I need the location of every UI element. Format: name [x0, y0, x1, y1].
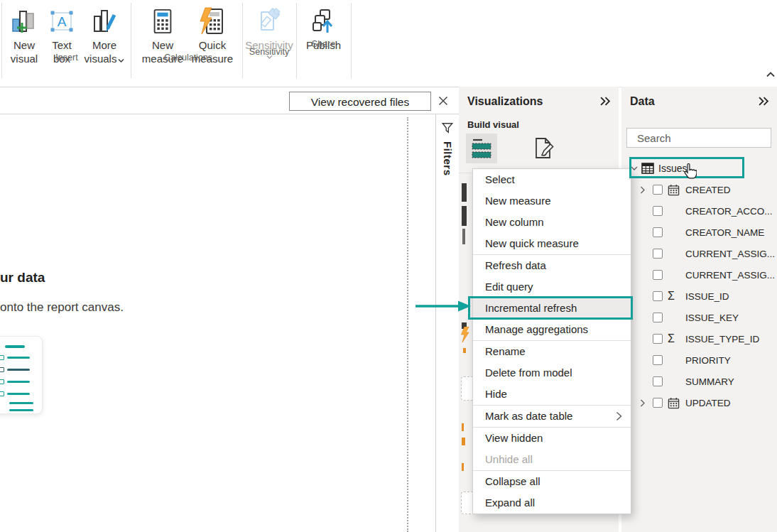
- filters-pane-title: Filters: [442, 141, 454, 176]
- menu-item-collapse-all[interactable]: Collapse all: [473, 471, 631, 492]
- visual-gallery-fragment: [462, 183, 467, 202]
- collapse-data-pane-button[interactable]: [757, 96, 771, 107]
- visual-gallery-fragment: [462, 206, 467, 226]
- more-visuals-icon: [90, 4, 119, 38]
- field-row-created[interactable]: CREATED: [621, 179, 777, 200]
- sensitivity-icon: [255, 4, 283, 38]
- close-notification-button[interactable]: [435, 93, 451, 109]
- field-row-summary[interactable]: SUMMARY: [621, 371, 777, 392]
- text-box-icon: A: [48, 4, 76, 38]
- visual-gallery-fragment: [462, 463, 464, 471]
- format-visual-tab[interactable]: [528, 135, 557, 162]
- table-icon: [641, 163, 654, 174]
- menu-item-select[interactable]: Select: [473, 169, 631, 190]
- submenu-arrow-icon: [616, 411, 622, 421]
- menu-item-new-column[interactable]: New column: [473, 212, 631, 233]
- field-checkbox[interactable]: [653, 249, 663, 259]
- chevron-right-icon: [640, 186, 646, 194]
- search-input[interactable]: [636, 131, 777, 145]
- svg-text:A: A: [58, 14, 67, 29]
- fields-list: CREATED CREATOR_ACCO... CREATOR_NAME CUR…: [621, 179, 777, 413]
- table-context-menu: Select New measure New column New quick …: [472, 168, 631, 514]
- field-checkbox[interactable]: [653, 334, 663, 344]
- field-checkbox[interactable]: [653, 376, 663, 386]
- build-visual-label: Build visual: [467, 119, 519, 130]
- field-row-current-assignee-1[interactable]: CURRENT_ASSIG...: [621, 243, 777, 264]
- field-checkbox[interactable]: [653, 355, 663, 365]
- menu-item-new-quick-measure[interactable]: New quick measure: [473, 233, 631, 254]
- view-recovered-files-button[interactable]: View recovered files: [289, 92, 431, 111]
- field-row-issue-key[interactable]: ISSUE_KEY: [621, 307, 777, 328]
- menu-item-delete-from-model[interactable]: Delete from model: [473, 362, 631, 384]
- field-row-updated[interactable]: UPDATED: [621, 392, 777, 413]
- menu-item-mark-as-date-table[interactable]: Mark as date table: [473, 406, 631, 427]
- field-row-current-assignee-2[interactable]: CURRENT_ASSIG...: [621, 264, 777, 286]
- field-checkbox[interactable]: [653, 270, 663, 280]
- data-pane: Data Issues CREATED CREATOR_ACCO.: [621, 87, 777, 532]
- field-row-priority[interactable]: PRIORITY: [621, 349, 777, 371]
- sigma-icon: Σ: [668, 333, 675, 344]
- menu-item-view-hidden[interactable]: View hidden: [473, 428, 631, 449]
- menu-item-edit-query[interactable]: Edit query: [473, 276, 631, 298]
- ribbon-group-label-sensitivity: Sensitivity: [242, 47, 296, 57]
- ribbon-group-label-share: Share: [296, 39, 351, 49]
- canvas-page-edge: [407, 117, 408, 532]
- field-checkbox[interactable]: [653, 206, 663, 216]
- ribbon-separator: [1, 3, 2, 78]
- calendar-icon: [668, 184, 680, 196]
- publish-icon: [310, 4, 338, 38]
- collapse-ribbon-button[interactable]: [763, 67, 777, 81]
- double-chevron-right-icon: [599, 96, 612, 107]
- field-row-creator-name[interactable]: CREATOR_NAME: [621, 222, 777, 243]
- field-checkbox[interactable]: [653, 291, 663, 301]
- calculator-icon: [149, 4, 176, 38]
- sigma-icon: Σ: [668, 291, 675, 302]
- ribbon-separator: [131, 3, 131, 78]
- build-visual-tab[interactable]: [466, 134, 497, 163]
- format-brush-icon: [530, 136, 555, 161]
- visual-gallery-fragment: [463, 348, 466, 353]
- calendar-icon: [668, 397, 680, 409]
- field-checkbox[interactable]: [653, 227, 663, 237]
- field-row-creator-account[interactable]: CREATOR_ACCO...: [621, 200, 777, 222]
- canvas-heading: ur data: [0, 270, 45, 286]
- ribbon-group-label-calculations: Calculations: [135, 53, 241, 63]
- table-name: Issues: [658, 163, 687, 174]
- data-search-box: [626, 128, 771, 148]
- report-canvas[interactable]: ur data onto the report canvas.: [0, 114, 435, 532]
- ribbon-separator: [351, 3, 352, 78]
- new-visual-icon: [10, 4, 38, 38]
- filters-pane-collapsed[interactable]: Filters: [435, 114, 459, 532]
- visualizations-title: Visualizations: [467, 95, 543, 108]
- menu-item-hide[interactable]: Hide: [473, 384, 631, 405]
- visual-gallery-fragment: [462, 438, 465, 445]
- fields-illustration: [0, 336, 43, 414]
- table-row-issues[interactable]: Issues: [621, 158, 777, 178]
- field-row-issue-type-id[interactable]: Σ ISSUE_TYPE_ID: [621, 328, 777, 349]
- menu-item-unhide-all: Unhide all: [473, 449, 631, 470]
- annotation-arrow: [414, 298, 474, 315]
- double-chevron-right-icon: [757, 96, 770, 107]
- quick-measure-icon: [198, 4, 227, 38]
- chevron-right-icon: [640, 399, 646, 407]
- field-row-issue-id[interactable]: Σ ISSUE_ID: [621, 286, 777, 307]
- menu-item-new-measure[interactable]: New measure: [473, 190, 631, 212]
- chevron-down-icon: [631, 165, 638, 171]
- ribbon-group-label-insert: Insert: [4, 53, 129, 63]
- ribbon: New visual A Text box: [0, 0, 777, 87]
- canvas-subtext: onto the report canvas.: [0, 300, 124, 315]
- visual-gallery-fragment: [462, 423, 464, 431]
- field-checkbox[interactable]: [653, 185, 663, 195]
- menu-item-manage-aggregations[interactable]: Manage aggregations: [473, 319, 631, 340]
- filter-funnel-icon: [441, 121, 454, 134]
- build-visual-icon: [469, 136, 494, 161]
- visual-gallery-fragment: [462, 229, 465, 244]
- collapse-visualizations-button[interactable]: [599, 96, 613, 107]
- field-checkbox[interactable]: [653, 313, 663, 322]
- menu-item-incremental-refresh[interactable]: Incremental refresh: [473, 298, 631, 319]
- field-checkbox[interactable]: [653, 398, 663, 408]
- menu-item-rename[interactable]: Rename: [473, 341, 631, 362]
- recovered-files-bar: View recovered files: [0, 87, 459, 114]
- menu-item-expand-all[interactable]: Expand all: [473, 492, 631, 514]
- menu-item-refresh-data[interactable]: Refresh data: [473, 255, 631, 276]
